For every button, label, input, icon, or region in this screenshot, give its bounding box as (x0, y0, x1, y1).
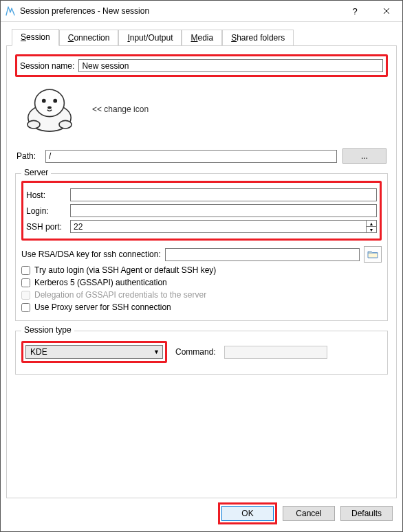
svg-point-3 (53, 99, 57, 103)
session-icon[interactable] (21, 84, 78, 135)
chk-kerberos[interactable]: Kerberos 5 (GSSAPI) authentication (21, 278, 382, 287)
server-legend: Server (21, 168, 51, 177)
sshport-down[interactable]: ▼ (366, 226, 377, 233)
rsa-browse-button[interactable] (364, 246, 382, 263)
chk-kerberos-label: Kerberos 5 (GSSAPI) authentication (34, 278, 167, 287)
tab-shared[interactable]: Shared folders (222, 30, 294, 46)
highlight-session-name: Session name: (15, 54, 388, 77)
chk-delegation: Delegation of GSSAPI credentials to the … (21, 290, 382, 300)
command-label: Command: (175, 347, 216, 357)
window: Session preferences - New session ? Sess… (0, 0, 403, 532)
sshport-up[interactable]: ▲ (366, 220, 377, 226)
defaults-button[interactable]: Defaults (340, 506, 393, 521)
svg-point-1 (35, 89, 65, 116)
chk-kerberos-box[interactable] (21, 278, 30, 287)
session-type-select[interactable]: KDE ▼ (25, 345, 163, 359)
change-icon-link[interactable]: << change icon (92, 104, 149, 114)
highlight-session-type: KDE ▼ (21, 341, 167, 363)
path-row: Path: ... (17, 148, 386, 164)
button-bar: OK Cancel Defaults (1, 502, 402, 524)
path-label: Path: (17, 151, 40, 161)
highlight-server: Host: Login: SSH port: ▲ ▼ (21, 181, 382, 241)
tab-body: Session name: (6, 45, 397, 498)
path-browse-button[interactable]: ... (342, 148, 386, 164)
tab-media[interactable]: Media (182, 30, 222, 46)
host-label: Host: (26, 190, 66, 200)
chk-proxy[interactable]: Use Proxy server for SSH connection (21, 302, 382, 312)
svg-point-4 (47, 106, 52, 109)
chk-delegation-label: Delegation of GSSAPI credentials to the … (34, 290, 206, 300)
help-button[interactable]: ? (339, 1, 371, 21)
host-input[interactable] (70, 188, 377, 201)
close-button[interactable] (371, 1, 402, 21)
chk-autologin[interactable]: Try auto login (via SSH Agent or default… (21, 265, 382, 275)
cancel-button[interactable]: Cancel (283, 506, 335, 521)
client-area: Session Connection Input/Output Media Sh… (6, 28, 397, 498)
svg-point-5 (28, 120, 40, 129)
path-input[interactable] (45, 150, 337, 163)
window-title: Session preferences - New session (20, 6, 149, 16)
chk-autologin-box[interactable] (21, 266, 30, 275)
tab-connection[interactable]: Connection (59, 30, 119, 46)
session-type-group: Session type KDE ▼ Command: (15, 331, 388, 375)
login-input[interactable] (70, 204, 377, 217)
svg-point-2 (42, 99, 46, 103)
chk-delegation-box (21, 291, 30, 300)
session-name-label: Session name: (20, 61, 74, 71)
login-label: Login: (26, 206, 66, 216)
chevron-down-icon: ▼ (153, 348, 160, 355)
sshport-input[interactable] (70, 220, 366, 233)
tab-session[interactable]: Session (12, 29, 59, 46)
rsa-label: Use RSA/DSA key for ssh connection: (21, 250, 161, 259)
tab-strip: Session Connection Input/Output Media Sh… (12, 28, 397, 45)
rsa-input[interactable] (165, 248, 360, 261)
highlight-ok: OK (218, 502, 277, 524)
command-input (224, 346, 327, 359)
sshport-label: SSH port: (26, 222, 66, 232)
session-type-value: KDE (30, 347, 47, 357)
svg-point-6 (59, 120, 72, 129)
chk-proxy-label: Use Proxy server for SSH connection (34, 302, 171, 312)
icon-row: << change icon (21, 84, 385, 135)
chk-proxy-box[interactable] (21, 303, 30, 312)
sshport-spinner[interactable]: ▲ ▼ (70, 220, 377, 233)
titlebar: Session preferences - New session ? (1, 1, 402, 22)
session-name-input[interactable] (78, 59, 383, 72)
chk-autologin-label: Try auto login (via SSH Agent or default… (34, 265, 216, 275)
server-group: Server Host: Login: SSH port: (15, 173, 388, 321)
app-icon (5, 5, 16, 16)
tab-io[interactable]: Input/Output (118, 30, 182, 46)
ok-button[interactable]: OK (221, 506, 274, 521)
session-type-legend: Session type (21, 325, 74, 335)
